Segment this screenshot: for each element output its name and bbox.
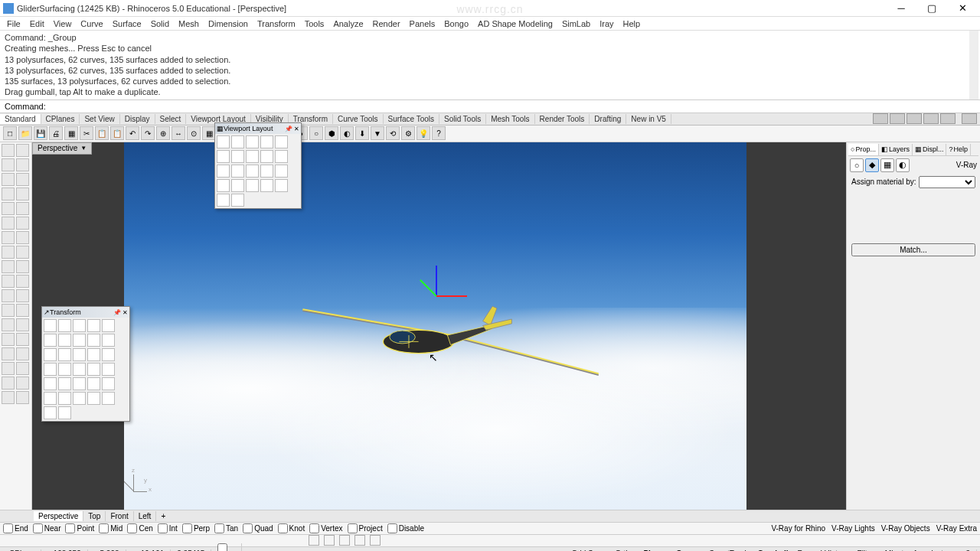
viewport-dropdown-icon[interactable]: ▼ (80, 145, 87, 152)
minimize-button[interactable]: ─ (891, 2, 911, 14)
transform-btn-19[interactable] (102, 363, 115, 376)
transform-btn-3[interactable] (87, 319, 100, 332)
osnap-project[interactable]: Project (348, 523, 383, 533)
toolbar-btn-4[interactable]: ▦ (64, 126, 78, 140)
close-button[interactable]: ✕ (952, 2, 972, 14)
lefttool-0-1[interactable] (16, 144, 29, 157)
match-button[interactable]: Match... (851, 243, 975, 256)
command-input[interactable] (49, 102, 975, 111)
lefttool-15-1[interactable] (16, 362, 29, 375)
toolbar-btn-5[interactable]: ✂ (80, 126, 93, 140)
rightpanel-tab-0[interactable]: ○Prop... (848, 144, 879, 155)
lefttool-7-1[interactable] (16, 246, 29, 259)
vplayout-btn-16[interactable] (231, 179, 244, 192)
viewtab-left[interactable]: Left (134, 511, 157, 521)
tooltab-solid-tools[interactable]: Solid Tools (439, 114, 486, 124)
maximize-button[interactable]: ▢ (922, 2, 942, 14)
gumball-z-axis[interactable] (436, 266, 437, 296)
transform-btn-23[interactable] (87, 377, 100, 390)
units-checkbox[interactable] (217, 543, 227, 551)
lefttool-7-0[interactable] (2, 246, 15, 259)
lefttool-0-0[interactable] (2, 144, 15, 157)
history-scrollbar[interactable] (969, 31, 978, 99)
toolbar-btn-22[interactable]: ◐ (340, 126, 354, 140)
vraytab-v-ray-for-rhino[interactable]: V-Ray for Rhino (771, 524, 825, 533)
transform-btn-4[interactable] (102, 319, 115, 332)
lefttool-1-0[interactable] (2, 158, 15, 171)
lefttool-13-0[interactable] (2, 333, 15, 346)
toolbar-btn-0[interactable]: □ (3, 126, 17, 140)
menu-ad-shape-modeling[interactable]: AD Shape Modeling (474, 19, 557, 28)
lefttool-13-1[interactable] (16, 333, 29, 346)
prop-texture-icon[interactable]: ▦ (880, 158, 894, 172)
menu-mesh[interactable]: Mesh (175, 19, 203, 28)
menu-file[interactable]: File (3, 19, 24, 28)
lefttool-14-0[interactable] (2, 347, 15, 360)
lefttool-6-0[interactable] (2, 231, 15, 244)
menu-analyze[interactable]: Analyze (329, 19, 367, 28)
menu-help[interactable]: Help (619, 19, 645, 28)
transform-btn-14[interactable] (102, 348, 115, 361)
vplayout-btn-15[interactable] (217, 179, 230, 192)
lefttool-9-0[interactable] (2, 275, 15, 288)
vplayout-btn-10[interactable] (217, 165, 230, 178)
toolbar-btn-24[interactable]: ▼ (371, 126, 384, 140)
add-view-button[interactable]: + (156, 511, 170, 521)
transform-btn-13[interactable] (87, 348, 100, 361)
vraytab-v-ray-objects[interactable]: V-Ray Objects (881, 524, 930, 533)
lefttool-14-1[interactable] (16, 347, 29, 360)
transform-btn-7[interactable] (73, 334, 86, 347)
transform-btn-28[interactable] (87, 392, 100, 405)
vray-tool-3[interactable] (339, 535, 350, 546)
osnap-end[interactable]: End (3, 523, 28, 533)
render-icon[interactable] (890, 113, 905, 124)
transform-btn-8[interactable] (87, 334, 100, 347)
tooltab-cplanes[interactable]: CPlanes (41, 114, 80, 124)
menu-simlab[interactable]: SimLab (558, 19, 594, 28)
menu-tools[interactable]: Tools (301, 19, 328, 28)
lefttool-11-1[interactable] (16, 304, 29, 317)
lefttool-4-1[interactable] (16, 202, 29, 215)
osnap-point[interactable]: Point (65, 523, 94, 533)
vplayout-btn-19[interactable] (275, 179, 288, 192)
tooltab-mesh-tools[interactable]: Mesh Tools (486, 114, 534, 124)
menu-transform[interactable]: Transform (253, 19, 299, 28)
menu-solid[interactable]: Solid (147, 19, 173, 28)
osnap-near[interactable]: Near (33, 523, 61, 533)
assign-material-select[interactable] (919, 176, 975, 188)
transform-btn-17[interactable] (73, 363, 86, 376)
toolbar-btn-2[interactable]: 💾 (34, 126, 47, 140)
osnap-tan[interactable]: Tan (214, 523, 238, 533)
extra-icon[interactable] (962, 113, 977, 124)
transform-btn-20[interactable] (44, 377, 57, 390)
lefttool-5-1[interactable] (16, 217, 29, 230)
vraytab-v-ray-extra[interactable]: V-Ray Extra (936, 524, 977, 533)
transform-btn-25[interactable] (44, 392, 57, 405)
toolbar-btn-9[interactable]: ↷ (141, 126, 155, 140)
lefttool-6-1[interactable] (16, 231, 29, 244)
osnap-mid[interactable]: Mid (99, 523, 122, 533)
vplayout-btn-6[interactable] (231, 150, 244, 163)
vplayout-btn-21[interactable] (231, 194, 244, 207)
lefttool-12-0[interactable] (2, 318, 15, 331)
toolbar-btn-27[interactable]: 💡 (416, 126, 430, 140)
menu-edit[interactable]: Edit (26, 19, 48, 28)
tooltab-set-view[interactable]: Set View (80, 114, 119, 124)
transform-btn-10[interactable] (44, 348, 57, 361)
transform-btn-30[interactable] (44, 406, 57, 419)
menu-bongo[interactable]: Bongo (440, 19, 472, 28)
lefttool-2-0[interactable] (2, 173, 15, 186)
vray-tool-5[interactable] (370, 535, 381, 546)
transform-btn-2[interactable] (73, 319, 86, 332)
lefttool-1-1[interactable] (16, 158, 29, 171)
lefttool-8-0[interactable] (2, 260, 15, 273)
vplayout-btn-18[interactable] (260, 179, 273, 192)
toolbar-btn-21[interactable]: ⬢ (325, 126, 338, 140)
toolbar-btn-8[interactable]: ↶ (126, 126, 139, 140)
transform-btn-26[interactable] (58, 392, 71, 405)
tooltab-drafting[interactable]: Drafting (590, 114, 626, 124)
toolbar-btn-10[interactable]: ⊕ (156, 126, 170, 140)
lefttool-10-1[interactable] (16, 289, 29, 302)
command-line[interactable]: Command: (0, 100, 980, 113)
osnap-int[interactable]: Int (158, 523, 178, 533)
